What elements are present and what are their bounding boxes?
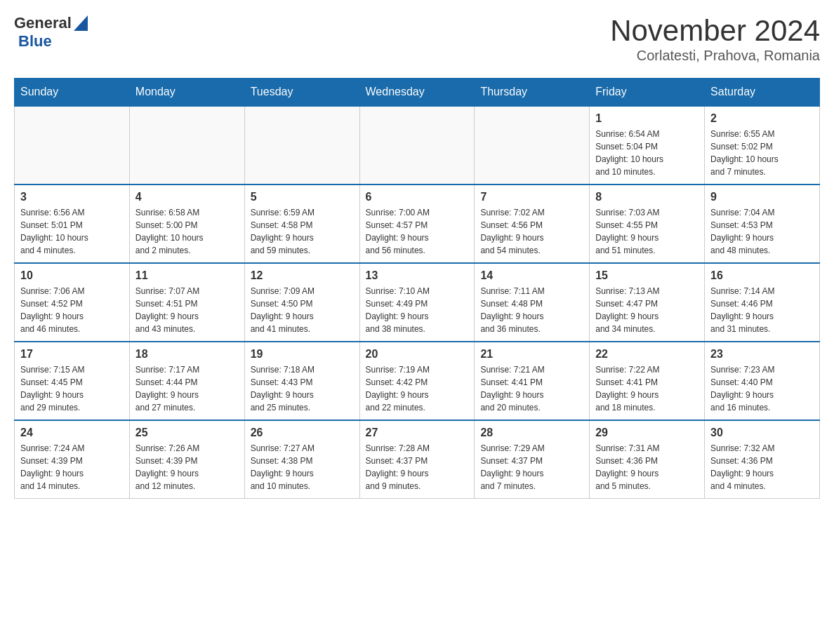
day-number: 6	[366, 191, 469, 203]
calendar-cell: 8Sunrise: 7:03 AM Sunset: 4:55 PM Daylig…	[590, 185, 705, 263]
day-info: Sunrise: 7:07 AM Sunset: 4:51 PM Dayligh…	[135, 285, 239, 335]
header-thursday: Thursday	[475, 79, 590, 107]
day-number: 21	[480, 348, 583, 361]
day-number: 26	[251, 427, 354, 439]
calendar-cell: 25Sunrise: 7:26 AM Sunset: 4:39 PM Dayli…	[129, 420, 244, 499]
calendar-cell: 1Sunrise: 6:54 AM Sunset: 5:04 PM Daylig…	[590, 106, 705, 185]
calendar-cell: 21Sunrise: 7:21 AM Sunset: 4:41 PM Dayli…	[475, 342, 590, 420]
day-info: Sunrise: 7:21 AM Sunset: 4:41 PM Dayligh…	[480, 363, 583, 414]
calendar-cell: 26Sunrise: 7:27 AM Sunset: 4:38 PM Dayli…	[244, 420, 359, 499]
calendar-cell: 30Sunrise: 7:32 AM Sunset: 4:36 PM Dayli…	[705, 420, 820, 499]
calendar-cell	[244, 106, 359, 185]
calendar-cell	[359, 106, 475, 185]
day-number: 14	[480, 269, 583, 282]
calendar-header-row: SundayMondayTuesdayWednesdayThursdayFrid…	[15, 79, 820, 107]
week-row-3: 10Sunrise: 7:06 AM Sunset: 4:52 PM Dayli…	[15, 263, 820, 342]
day-number: 7	[480, 191, 583, 203]
day-info: Sunrise: 7:09 AM Sunset: 4:50 PM Dayligh…	[251, 285, 354, 335]
day-number: 5	[251, 191, 354, 203]
day-info: Sunrise: 7:23 AM Sunset: 4:40 PM Dayligh…	[710, 363, 814, 414]
day-info: Sunrise: 7:31 AM Sunset: 4:36 PM Dayligh…	[595, 442, 699, 492]
day-info: Sunrise: 7:11 AM Sunset: 4:48 PM Dayligh…	[480, 285, 583, 335]
day-info: Sunrise: 7:14 AM Sunset: 4:46 PM Dayligh…	[710, 285, 814, 335]
day-number: 2	[710, 112, 814, 125]
calendar-table: SundayMondayTuesdayWednesdayThursdayFrid…	[14, 78, 820, 499]
day-info: Sunrise: 7:15 AM Sunset: 4:45 PM Dayligh…	[20, 363, 124, 414]
day-number: 20	[366, 348, 469, 361]
calendar-cell: 15Sunrise: 7:13 AM Sunset: 4:47 PM Dayli…	[590, 263, 705, 342]
week-row-2: 3Sunrise: 6:56 AM Sunset: 5:01 PM Daylig…	[15, 185, 820, 263]
day-number: 19	[251, 348, 354, 361]
calendar-cell: 23Sunrise: 7:23 AM Sunset: 4:40 PM Dayli…	[705, 342, 820, 420]
day-info: Sunrise: 7:02 AM Sunset: 4:56 PM Dayligh…	[480, 206, 583, 257]
day-info: Sunrise: 7:18 AM Sunset: 4:43 PM Dayligh…	[251, 363, 354, 414]
day-info: Sunrise: 7:27 AM Sunset: 4:38 PM Dayligh…	[251, 442, 354, 492]
day-info: Sunrise: 7:19 AM Sunset: 4:42 PM Dayligh…	[366, 363, 469, 414]
day-info: Sunrise: 7:00 AM Sunset: 4:57 PM Dayligh…	[366, 206, 469, 257]
day-info: Sunrise: 6:56 AM Sunset: 5:01 PM Dayligh…	[20, 206, 124, 257]
day-number: 17	[20, 348, 124, 361]
calendar-cell	[475, 106, 590, 185]
calendar-cell: 4Sunrise: 6:58 AM Sunset: 5:00 PM Daylig…	[129, 185, 244, 263]
calendar-subtitle: Corlatesti, Prahova, Romania	[610, 48, 820, 64]
calendar-cell: 5Sunrise: 6:59 AM Sunset: 4:58 PM Daylig…	[244, 185, 359, 263]
day-number: 15	[595, 269, 699, 282]
day-number: 10	[20, 269, 124, 282]
calendar-cell: 13Sunrise: 7:10 AM Sunset: 4:49 PM Dayli…	[359, 263, 475, 342]
calendar-cell	[15, 106, 130, 185]
calendar-cell: 12Sunrise: 7:09 AM Sunset: 4:50 PM Dayli…	[244, 263, 359, 342]
day-number: 28	[480, 427, 583, 439]
header-sunday: Sunday	[15, 79, 130, 107]
calendar-cell: 10Sunrise: 7:06 AM Sunset: 4:52 PM Dayli…	[15, 263, 130, 342]
calendar-cell: 16Sunrise: 7:14 AM Sunset: 4:46 PM Dayli…	[705, 263, 820, 342]
day-number: 18	[135, 348, 239, 361]
day-number: 25	[135, 427, 239, 439]
title-section: November 2024 Corlatesti, Prahova, Roman…	[610, 14, 820, 64]
day-number: 16	[710, 269, 814, 282]
calendar-title: November 2024	[610, 14, 820, 48]
calendar-cell: 3Sunrise: 6:56 AM Sunset: 5:01 PM Daylig…	[15, 185, 130, 263]
header-monday: Monday	[129, 79, 244, 107]
header-tuesday: Tuesday	[244, 79, 359, 107]
header-saturday: Saturday	[705, 79, 820, 107]
day-number: 13	[366, 269, 469, 282]
calendar-cell: 14Sunrise: 7:11 AM Sunset: 4:48 PM Dayli…	[475, 263, 590, 342]
day-number: 9	[710, 191, 814, 203]
calendar-cell: 7Sunrise: 7:02 AM Sunset: 4:56 PM Daylig…	[475, 185, 590, 263]
day-number: 30	[710, 427, 814, 439]
day-number: 24	[20, 427, 124, 439]
calendar-cell: 22Sunrise: 7:22 AM Sunset: 4:41 PM Dayli…	[590, 342, 705, 420]
day-info: Sunrise: 6:58 AM Sunset: 5:00 PM Dayligh…	[135, 206, 239, 257]
calendar-cell: 11Sunrise: 7:07 AM Sunset: 4:51 PM Dayli…	[129, 263, 244, 342]
calendar-cell: 17Sunrise: 7:15 AM Sunset: 4:45 PM Dayli…	[15, 342, 130, 420]
day-info: Sunrise: 7:28 AM Sunset: 4:37 PM Dayligh…	[366, 442, 469, 492]
logo-general-text: General	[14, 14, 72, 32]
calendar-cell: 6Sunrise: 7:00 AM Sunset: 4:57 PM Daylig…	[359, 185, 475, 263]
logo-triangle-icon	[74, 15, 88, 31]
logo-blue-text: Blue	[18, 32, 52, 51]
day-info: Sunrise: 7:26 AM Sunset: 4:39 PM Dayligh…	[135, 442, 239, 492]
week-row-1: 1Sunrise: 6:54 AM Sunset: 5:04 PM Daylig…	[15, 106, 820, 185]
day-number: 22	[595, 348, 699, 361]
day-info: Sunrise: 6:54 AM Sunset: 5:04 PM Dayligh…	[595, 128, 699, 178]
day-info: Sunrise: 6:55 AM Sunset: 5:02 PM Dayligh…	[710, 128, 814, 178]
day-number: 3	[20, 191, 124, 203]
calendar-cell: 18Sunrise: 7:17 AM Sunset: 4:44 PM Dayli…	[129, 342, 244, 420]
day-info: Sunrise: 6:59 AM Sunset: 4:58 PM Dayligh…	[251, 206, 354, 257]
calendar-cell	[129, 106, 244, 185]
page-header: General Blue November 2024 Corlatesti, P…	[14, 14, 820, 64]
day-info: Sunrise: 7:32 AM Sunset: 4:36 PM Dayligh…	[710, 442, 814, 492]
header-friday: Friday	[590, 79, 705, 107]
calendar-cell: 24Sunrise: 7:24 AM Sunset: 4:39 PM Dayli…	[15, 420, 130, 499]
header-wednesday: Wednesday	[359, 79, 475, 107]
day-info: Sunrise: 7:17 AM Sunset: 4:44 PM Dayligh…	[135, 363, 239, 414]
day-info: Sunrise: 7:10 AM Sunset: 4:49 PM Dayligh…	[366, 285, 469, 335]
week-row-4: 17Sunrise: 7:15 AM Sunset: 4:45 PM Dayli…	[15, 342, 820, 420]
week-row-5: 24Sunrise: 7:24 AM Sunset: 4:39 PM Dayli…	[15, 420, 820, 499]
day-info: Sunrise: 7:13 AM Sunset: 4:47 PM Dayligh…	[595, 285, 699, 335]
day-number: 27	[366, 427, 469, 439]
calendar-cell: 19Sunrise: 7:18 AM Sunset: 4:43 PM Dayli…	[244, 342, 359, 420]
day-number: 23	[710, 348, 814, 361]
day-info: Sunrise: 7:24 AM Sunset: 4:39 PM Dayligh…	[20, 442, 124, 492]
calendar-cell: 29Sunrise: 7:31 AM Sunset: 4:36 PM Dayli…	[590, 420, 705, 499]
